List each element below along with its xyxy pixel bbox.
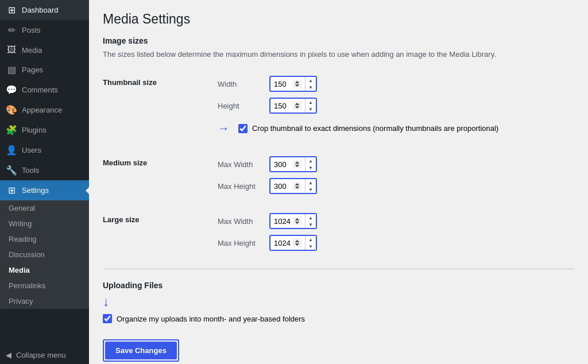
crop-thumbnail-row: → Crop thumbnail to exact dimensions (no…: [218, 119, 498, 137]
medium-controls: Max Width ▲ ▼ Max Height ▲ ▼: [218, 156, 317, 194]
sidebar: ⊞ Dashboard ✏ Posts 🖼 Media ▤ Pages 💬 Co…: [0, 0, 89, 364]
large-width-up[interactable]: ▲: [305, 214, 316, 221]
thumbnail-size-group: Thumbnail size Width ▲ ▼ Height ▲: [103, 70, 574, 144]
medium-height-spinners: ▲ ▼: [305, 179, 316, 193]
thumbnail-height-input[interactable]: [270, 99, 305, 113]
thumbnail-height-spinners: ▲ ▼: [305, 99, 316, 113]
medium-width-spinners: ▲ ▼: [305, 157, 316, 171]
submenu-privacy[interactable]: Privacy: [0, 293, 89, 309]
tools-icon: 🔧: [6, 165, 17, 176]
large-controls: Max Width ▲ ▼ Max Height ▲ ▼: [218, 213, 317, 251]
settings-icon: ⊞: [6, 185, 17, 196]
collapse-icon: ◀: [6, 351, 11, 359]
thumbnail-height-up[interactable]: ▲: [305, 99, 316, 106]
posts-icon: ✏: [6, 25, 17, 36]
large-size-label: Large size: [103, 213, 218, 224]
image-sizes-title: Image sizes: [103, 36, 574, 45]
sidebar-item-label: Pages: [22, 65, 43, 74]
large-height-down[interactable]: ▼: [305, 243, 316, 250]
thumbnail-width-up[interactable]: ▲: [305, 77, 316, 84]
thumbnail-width-input-wrap: ▲ ▼: [269, 76, 317, 92]
media-icon: 🖼: [6, 45, 17, 55]
organize-uploads-row: Organize my uploads into month- and year…: [103, 312, 574, 326]
medium-height-row: Max Height ▲ ▼: [218, 178, 317, 194]
users-icon: 👤: [6, 145, 17, 156]
comments-icon: 💬: [6, 84, 17, 95]
medium-width-input-wrap: ▲ ▼: [269, 156, 317, 172]
thumbnail-width-row: Width ▲ ▼: [218, 76, 498, 92]
sidebar-item-label: Settings: [22, 186, 49, 195]
image-sizes-description: The sizes listed below determine the max…: [103, 50, 574, 59]
thumbnail-width-input[interactable]: [270, 78, 305, 91]
submenu-general[interactable]: General: [0, 200, 89, 216]
sidebar-item-tools[interactable]: 🔧 Tools: [0, 160, 89, 180]
arrow-right-icon: →: [218, 122, 229, 135]
thumbnail-height-down[interactable]: ▼: [305, 106, 316, 113]
medium-height-down[interactable]: ▼: [305, 186, 316, 193]
large-width-input-wrap: ▲ ▼: [269, 213, 317, 229]
submenu-media[interactable]: Media: [0, 262, 89, 278]
thumbnail-height-input-wrap: ▲ ▼: [269, 98, 317, 114]
thumbnail-size-label: Thumbnail size: [103, 76, 218, 87]
sidebar-item-settings[interactable]: ⊞ Settings: [0, 180, 89, 200]
thumbnail-controls: Width ▲ ▼ Height ▲ ▼: [218, 76, 498, 137]
submenu-permalinks[interactable]: Permalinks: [0, 278, 89, 293]
uploading-files-title: Uploading Files: [103, 281, 574, 290]
plugins-icon: 🧩: [6, 125, 17, 135]
medium-width-up[interactable]: ▲: [305, 157, 316, 164]
uploading-files-section: ↓ Organize my uploads into month- and ye…: [103, 295, 574, 326]
settings-submenu: General Writing Reading Discussion Media…: [0, 200, 89, 309]
medium-height-up[interactable]: ▲: [305, 179, 316, 186]
submenu-reading[interactable]: Reading: [0, 231, 89, 247]
sidebar-item-media[interactable]: 🖼 Media: [0, 40, 89, 60]
medium-size-group: Medium size Max Width ▲ ▼ Max Height ▲: [103, 150, 574, 200]
large-height-up[interactable]: ▲: [305, 236, 316, 243]
sidebar-item-label: Dashboard: [22, 6, 59, 14]
sidebar-item-users[interactable]: 👤 Users: [0, 140, 89, 160]
crop-thumbnail-checkbox[interactable]: [238, 124, 247, 133]
medium-size-label: Medium size: [103, 156, 218, 167]
large-height-label: Max Height: [218, 239, 264, 247]
crop-thumbnail-label: Crop thumbnail to exact dimensions (norm…: [252, 124, 498, 133]
medium-width-input[interactable]: [270, 158, 305, 171]
organize-uploads-label: Organize my uploads into month- and year…: [117, 315, 305, 323]
sidebar-item-label: Tools: [22, 166, 39, 175]
arrow-down-icon: ↓: [103, 295, 574, 309]
sidebar-item-posts[interactable]: ✏ Posts: [0, 20, 89, 40]
large-height-input-wrap: ▲ ▼: [269, 235, 317, 251]
submenu-writing[interactable]: Writing: [0, 216, 89, 231]
appearance-icon: 🎨: [6, 104, 17, 115]
large-width-down[interactable]: ▼: [305, 221, 316, 228]
collapse-label: Collapse menu: [16, 351, 66, 359]
large-width-label: Max Width: [218, 217, 264, 226]
medium-height-input-wrap: ▲ ▼: [269, 178, 317, 194]
large-size-group: Large size Max Width ▲ ▼ Max Height ▲: [103, 207, 574, 257]
submenu-discussion[interactable]: Discussion: [0, 247, 89, 262]
thumbnail-width-spinners: ▲ ▼: [305, 77, 316, 91]
save-changes-button-wrap: Save Changes: [103, 339, 179, 362]
sidebar-item-plugins[interactable]: 🧩 Plugins: [0, 120, 89, 140]
sidebar-item-comments[interactable]: 💬 Comments: [0, 80, 89, 100]
medium-width-row: Max Width ▲ ▼: [218, 156, 317, 172]
thumbnail-width-label: Width: [218, 80, 264, 88]
medium-width-down[interactable]: ▼: [305, 164, 316, 171]
save-changes-button[interactable]: Save Changes: [105, 342, 177, 359]
thumbnail-height-row: Height ▲ ▼: [218, 98, 498, 114]
organize-uploads-checkbox[interactable]: [103, 314, 112, 323]
large-width-row: Max Width ▲ ▼: [218, 213, 317, 229]
sidebar-item-pages[interactable]: ▤ Pages: [0, 60, 89, 80]
large-height-input[interactable]: [270, 237, 305, 250]
sidebar-item-dashboard[interactable]: ⊞ Dashboard: [0, 0, 89, 20]
sidebar-item-label: Media: [22, 46, 42, 55]
sidebar-item-appearance[interactable]: 🎨 Appearance: [0, 100, 89, 120]
large-height-spinners: ▲ ▼: [305, 236, 316, 250]
dashboard-icon: ⊞: [6, 5, 17, 16]
sidebar-item-label: Posts: [22, 26, 41, 34]
sidebar-item-label: Plugins: [22, 126, 47, 134]
thumbnail-width-down[interactable]: ▼: [305, 84, 316, 91]
collapse-menu-button[interactable]: ◀ Collapse menu: [0, 346, 89, 364]
sidebar-item-label: Comments: [22, 86, 58, 94]
large-width-input[interactable]: [270, 215, 305, 228]
medium-height-label: Max Height: [218, 182, 264, 191]
medium-height-input[interactable]: [270, 180, 305, 193]
